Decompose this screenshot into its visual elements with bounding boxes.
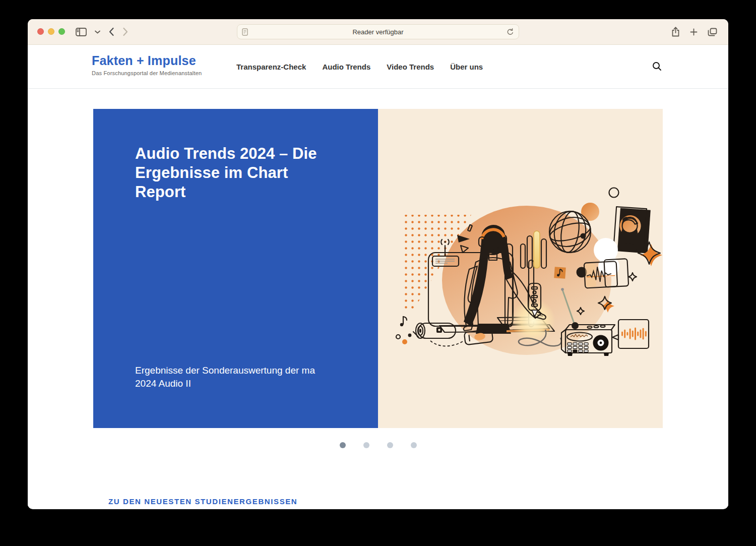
site-logo[interactable]: Fakten + Impulse Das Forschungsportal de…	[92, 53, 202, 76]
close-icon[interactable]	[37, 28, 44, 35]
main-navigation: Transparenz-Check Audio Trends Video Tre…	[236, 45, 483, 88]
carousel-dot-4[interactable]	[411, 442, 417, 448]
logo-title: Fakten + Impulse	[92, 53, 202, 68]
traffic-lights	[37, 28, 65, 35]
nav-item-transparenz-check[interactable]: Transparenz-Check	[236, 63, 306, 71]
hero-illustration: .ln{stroke:#241d17;fill:none;stroke-widt…	[378, 109, 663, 428]
carousel-dot-1[interactable]	[340, 442, 346, 448]
outline-circle	[609, 188, 619, 198]
page-content: Audio Trends 2024 – Die Ergebnisse im Ch…	[28, 109, 728, 506]
browser-window: Reader verfügbar Fakten + Impulse Das Fo…	[28, 19, 728, 509]
reader-view-icon[interactable]	[242, 28, 248, 37]
latest-study-results-link[interactable]: ZU DEN NEUESTEN STUDIENERGEBNISSEN	[108, 497, 297, 506]
hero-text-panel: Audio Trends 2024 – Die Ergebnisse im Ch…	[93, 109, 378, 428]
new-tab-icon[interactable]	[690, 28, 698, 36]
search-icon[interactable]	[652, 62, 662, 73]
hero-carousel-slide: Audio Trends 2024 – Die Ergebnisse im Ch…	[93, 109, 663, 428]
carousel-dot-2[interactable]	[363, 442, 369, 448]
carousel-dots	[28, 442, 728, 448]
browser-toolbar: Reader verfügbar	[28, 19, 728, 45]
music-note-square	[554, 267, 565, 278]
forward-icon[interactable]	[122, 27, 129, 36]
minimize-icon[interactable]	[48, 28, 54, 35]
address-bar-text: Reader verfügbar	[352, 28, 403, 36]
tab-overview-icon[interactable]	[708, 28, 717, 36]
site-header: Fakten + Impulse Das Forschungsportal de…	[28, 45, 728, 89]
back-icon[interactable]	[108, 27, 114, 36]
nav-item-audio-trends[interactable]: Audio Trends	[322, 63, 370, 71]
sidebar-icon[interactable]	[76, 28, 87, 36]
nav-item-video-trends[interactable]: Video Trends	[387, 63, 434, 71]
address-bar[interactable]: Reader verfügbar	[237, 24, 519, 39]
logo-tagline: Das Forschungsportal der Medienanstalten	[92, 70, 202, 76]
hero-illustration-panel: .ln{stroke:#241d17;fill:none;stroke-widt…	[378, 109, 663, 428]
carousel-dot-3[interactable]	[387, 442, 393, 448]
nav-item-ueber-uns[interactable]: Über uns	[450, 63, 483, 71]
equalizer-card	[612, 320, 649, 348]
dashed-connection-line	[430, 341, 464, 346]
music-note-and-dots	[396, 317, 418, 344]
hero-title: Audio Trends 2024 – Die Ergebnisse im Ch…	[135, 144, 337, 202]
chevron-down-icon[interactable]	[95, 30, 100, 34]
reload-icon[interactable]	[507, 28, 514, 37]
share-icon[interactable]	[671, 27, 680, 37]
fullscreen-icon[interactable]	[58, 28, 65, 35]
podcaster-polaroid	[613, 207, 651, 254]
hero-subtitle: Ergebnisse der Sonderauswertung der ma 2…	[135, 364, 322, 390]
